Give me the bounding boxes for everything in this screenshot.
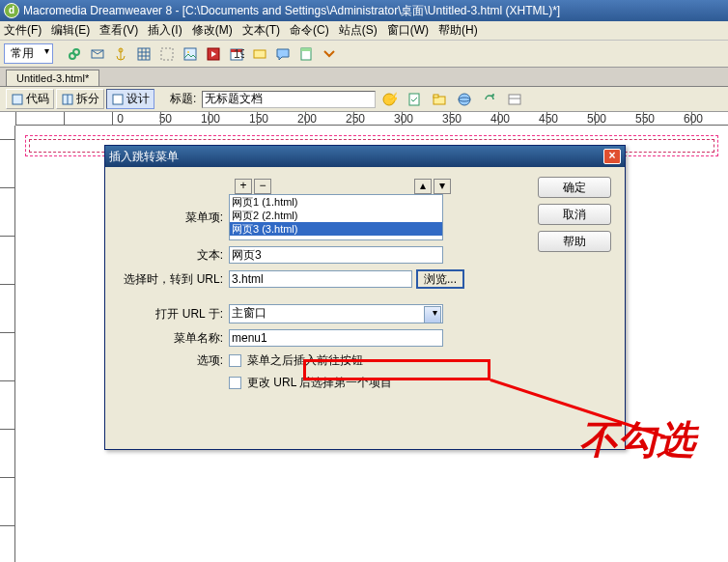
menu-name-input[interactable]: [229, 329, 443, 347]
menu-view[interactable]: 查看(V): [99, 22, 138, 39]
ruler-horizontal: 0501001502002503003504004505005506006507…: [15, 112, 728, 126]
image-icon[interactable]: [181, 44, 200, 64]
help-button[interactable]: 帮助: [538, 231, 611, 252]
document-toolbar: 代码 拆分 设计 标题: ⚡: [0, 87, 728, 112]
dialog-titlebar: 插入跳转菜单 ×: [105, 146, 625, 167]
svg-point-1: [73, 49, 79, 55]
title-label: 标题:: [170, 91, 196, 107]
svg-rect-25: [509, 95, 520, 104]
svg-rect-4: [161, 48, 173, 60]
menu-items-listbox[interactable]: 网页1 (1.html) 网页2 (2.html) 网页3 (3.html): [229, 194, 443, 240]
svg-rect-17: [113, 95, 123, 104]
tab-untitled3[interactable]: Untitled-3.html*: [6, 70, 99, 86]
media-icon[interactable]: [204, 44, 223, 64]
div-icon[interactable]: [157, 44, 177, 64]
title-input[interactable]: [202, 91, 376, 108]
file-mgmt-icon[interactable]: [429, 90, 450, 109]
move-up-button[interactable]: ▴: [414, 179, 432, 194]
cancel-button[interactable]: 取消: [538, 204, 611, 225]
insert-jump-menu-dialog: 插入跳转菜单 × 确定 取消 帮助 + − ▴ ▾ 菜单项: 网页1 (1.ht…: [104, 145, 626, 450]
list-item[interactable]: 网页2 (2.html): [230, 209, 442, 222]
remove-item-button[interactable]: −: [254, 179, 271, 194]
url-label: 选择时，转到 URL:: [117, 271, 229, 288]
menu-edit[interactable]: 编辑(E): [51, 22, 90, 39]
svg-rect-20: [409, 94, 419, 105]
date-icon[interactable]: 19: [227, 44, 246, 64]
ruler-vertical: 050100150200250300350400: [0, 126, 15, 562]
insert-category-select[interactable]: 常用: [4, 43, 53, 64]
menu-insert[interactable]: 插入(I): [148, 22, 182, 39]
menu-name-label: 菜单名称:: [117, 330, 229, 347]
app-titlebar: d Macromedia Dreamweaver 8 - [C:\Documen…: [0, 0, 728, 21]
comment-icon[interactable]: [273, 44, 293, 64]
app-title: Macromedia Dreamweaver 8 - [C:\Documents…: [23, 0, 560, 21]
svg-rect-22: [434, 95, 438, 98]
no-browser-check-icon[interactable]: ⚡: [378, 90, 400, 109]
open-in-label: 打开 URL 于:: [117, 306, 229, 323]
dialog-title: 插入跳转菜单: [109, 149, 179, 165]
svg-rect-5: [184, 48, 196, 60]
url-input[interactable]: [229, 270, 412, 288]
refresh-icon[interactable]: [479, 90, 500, 109]
menu-file[interactable]: 文件(F): [4, 22, 42, 39]
svg-point-6: [187, 51, 189, 53]
annotation-highlight-box: [303, 359, 490, 380]
preview-icon[interactable]: [454, 90, 475, 109]
view-design-button[interactable]: 设计: [106, 89, 154, 109]
menu-window[interactable]: 窗口(W): [387, 22, 429, 39]
svg-text:⚡: ⚡: [386, 92, 397, 105]
browse-button[interactable]: 浏览...: [416, 269, 464, 289]
anchor-icon[interactable]: [111, 44, 130, 64]
close-icon[interactable]: ×: [603, 149, 621, 164]
insert-toolbar: 常用 19: [0, 41, 728, 68]
list-item[interactable]: 网页3 (3.html): [230, 222, 442, 236]
svg-rect-13: [301, 48, 311, 51]
document-tabs: Untitled-3.html*: [0, 68, 728, 87]
annotation-text: 不勾选: [579, 413, 695, 466]
svg-text:19: 19: [234, 47, 244, 61]
view-code-button[interactable]: 代码: [6, 89, 54, 109]
validate-icon[interactable]: [404, 90, 425, 109]
options-label: 选项:: [117, 352, 229, 369]
insert-go-button-checkbox[interactable]: [229, 354, 241, 367]
move-down-button[interactable]: ▾: [434, 179, 451, 194]
server-include-icon[interactable]: [250, 44, 269, 64]
menu-bar: 文件(F) 编辑(E) 查看(V) 插入(I) 修改(M) 文本(T) 命令(C…: [0, 21, 728, 41]
app-logo-icon: d: [4, 3, 19, 18]
view-split-button[interactable]: 拆分: [56, 89, 104, 109]
menu-help[interactable]: 帮助(H): [438, 22, 478, 39]
svg-rect-14: [13, 95, 22, 104]
email-link-icon[interactable]: [88, 44, 107, 64]
menu-items-label: 菜单项:: [117, 210, 229, 226]
menu-text[interactable]: 文本(T): [242, 22, 280, 39]
menu-site[interactable]: 站点(S): [339, 22, 378, 39]
ok-button[interactable]: 确定: [538, 177, 611, 198]
templates-icon[interactable]: [296, 44, 316, 64]
add-item-button[interactable]: +: [235, 179, 252, 194]
text-label: 文本:: [117, 247, 229, 264]
view-options-icon[interactable]: [504, 90, 525, 109]
select-first-checkbox[interactable]: [229, 377, 241, 389]
open-in-select[interactable]: 主窗口: [229, 304, 443, 323]
list-item[interactable]: 网页1 (1.html): [230, 195, 442, 209]
tag-chooser-icon[interactable]: [320, 44, 339, 64]
svg-rect-3: [138, 48, 150, 60]
table-icon[interactable]: [134, 44, 154, 64]
svg-rect-11: [254, 50, 266, 58]
svg-point-23: [459, 94, 470, 105]
menu-modify[interactable]: 修改(M): [192, 22, 233, 39]
text-input[interactable]: [229, 246, 443, 264]
hyperlink-icon[interactable]: [65, 44, 84, 64]
menu-command[interactable]: 命令(C): [290, 22, 329, 39]
